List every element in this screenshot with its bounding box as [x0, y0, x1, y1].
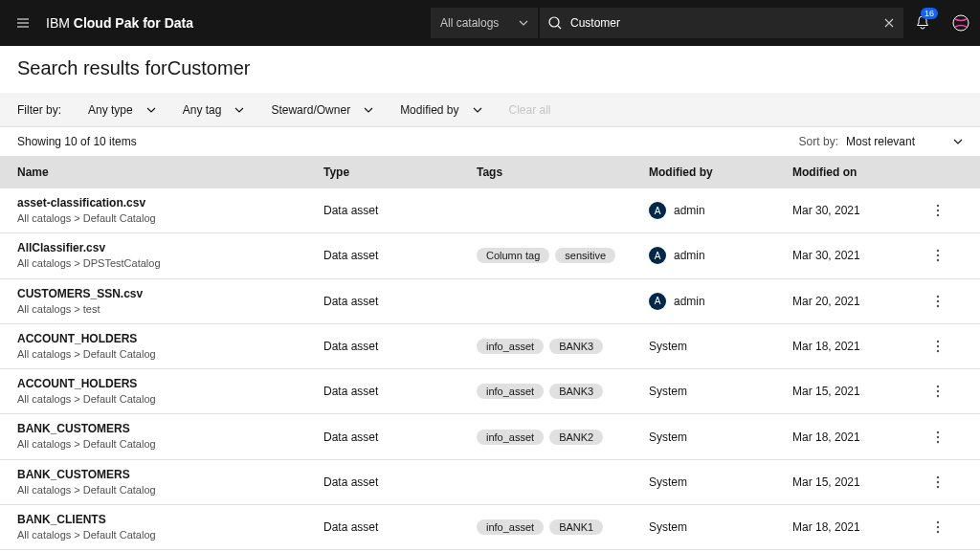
col-header-name[interactable]: Name [17, 166, 323, 179]
breadcrumb: All catalogs > Default Catalog [17, 211, 323, 225]
hamburger-menu[interactable] [0, 0, 46, 46]
breadcrumb: All catalogs > DPSTestCatalog [17, 256, 323, 270]
svg-point-24 [937, 526, 939, 528]
tag[interactable]: BANK3 [549, 384, 603, 399]
asset-name[interactable]: CUSTOMERS_SSN.csv [17, 287, 323, 300]
filter-steward-label: Steward/Owner [271, 103, 350, 117]
svg-point-11 [937, 341, 939, 342]
table-row[interactable]: ACCOUNT_HOLDERSAll catalogs > Default Ca… [0, 369, 980, 414]
tag[interactable]: Column tag [477, 248, 549, 263]
row-actions-button[interactable] [936, 249, 963, 262]
type-cell: Data asset [323, 295, 477, 308]
modified-by-cell: System [649, 340, 792, 353]
table-header: Name Type Tags Modified by Modified on [0, 156, 980, 188]
type-cell: Data asset [323, 475, 477, 489]
search-icon [547, 15, 563, 31]
asset-name[interactable]: BANK_CUSTOMERS [17, 468, 323, 481]
row-actions-button[interactable] [936, 340, 963, 353]
tags-cell: info_assetBANK1 [477, 519, 649, 535]
row-actions-button[interactable] [936, 295, 963, 308]
chevron-down-icon [953, 139, 963, 144]
table-row[interactable]: BANK_CUSTOMERSAll catalogs > Default Cat… [0, 460, 980, 505]
asset-name[interactable]: BANK_CLIENTS [17, 513, 323, 526]
sort-by-label: Sort by: [799, 135, 838, 148]
global-search[interactable] [540, 8, 903, 38]
chevron-down-icon [473, 107, 482, 113]
app-switcher-icon[interactable] [942, 0, 980, 46]
tag[interactable]: BANK3 [549, 339, 603, 354]
table-row[interactable]: BANK_CUSTOMERSAll catalogs > Default Cat… [0, 414, 980, 459]
brand-label: IBM Cloud Pak for Data [46, 15, 193, 31]
svg-point-7 [937, 259, 939, 261]
sort-select[interactable]: Most relevant [846, 135, 963, 148]
row-actions-button[interactable] [936, 431, 963, 444]
table-row[interactable]: BANK_CLIENTSAll catalogs > Default Catal… [0, 505, 980, 550]
row-actions-button[interactable] [936, 385, 963, 398]
modified-by-name: System [649, 520, 687, 534]
tag[interactable]: info_asset [477, 430, 544, 445]
type-cell: Data asset [323, 340, 477, 353]
top-header: IBM Cloud Pak for Data All catalogs 16 [0, 0, 980, 46]
name-cell: AllClassifier.csvAll catalogs > DPSTestC… [17, 241, 323, 270]
asset-name[interactable]: AllClassifier.csv [17, 241, 323, 254]
catalog-scope-label: All catalogs [440, 16, 499, 30]
svg-point-18 [937, 435, 939, 437]
tag[interactable]: BANK2 [549, 430, 603, 445]
row-actions-button[interactable] [936, 475, 963, 489]
col-header-modified-on[interactable]: Modified on [792, 166, 936, 179]
clear-search-icon[interactable] [882, 16, 896, 30]
catalog-scope-dropdown[interactable]: All catalogs [431, 8, 538, 38]
tag[interactable]: info_asset [477, 519, 544, 535]
clear-all-button[interactable]: Clear all [509, 103, 551, 117]
modified-on-cell: Mar 30, 2021 [792, 204, 936, 217]
overflow-menu-icon [936, 475, 940, 489]
col-header-modified-by[interactable]: Modified by [649, 166, 792, 179]
filter-by-label: Filter by: [17, 103, 61, 117]
chevron-down-icon [519, 20, 528, 26]
asset-name[interactable]: asset-classification.csv [17, 196, 323, 210]
type-cell: Data asset [323, 385, 477, 398]
filter-steward[interactable]: Steward/Owner [271, 103, 373, 117]
table-row[interactable]: asset-classification.csvAll catalogs > D… [0, 188, 980, 233]
filter-any-type[interactable]: Any type [88, 103, 156, 117]
breadcrumb: All catalogs > Default Catalog [17, 528, 323, 541]
modified-on-cell: Mar 15, 2021 [792, 385, 936, 398]
row-actions-button[interactable] [936, 520, 963, 534]
svg-point-20 [937, 476, 939, 478]
tag[interactable]: info_asset [477, 384, 544, 399]
svg-point-19 [937, 440, 939, 442]
filter-modified-by-label: Modified by [400, 103, 458, 117]
name-cell: ACCOUNT_HOLDERSAll catalogs > Default Ca… [17, 332, 323, 361]
breadcrumb: All catalogs > Default Catalog [17, 483, 323, 497]
search-input[interactable] [570, 16, 882, 30]
svg-point-22 [937, 486, 939, 488]
tag[interactable]: sensitive [555, 248, 615, 263]
name-cell: BANK_CLIENTSAll catalogs > Default Catal… [17, 513, 323, 541]
brand-prefix: IBM [46, 15, 74, 31]
overflow-menu-icon [936, 385, 940, 398]
table-row[interactable]: ACCOUNT_HOLDERSAll catalogs > Default Ca… [0, 324, 980, 369]
filter-bar: Filter by: Any type Any tag Steward/Owne… [0, 93, 980, 127]
filter-modified-by[interactable]: Modified by [400, 103, 481, 117]
tag[interactable]: BANK1 [549, 519, 603, 535]
name-cell: BANK_CUSTOMERSAll catalogs > Default Cat… [17, 468, 323, 497]
svg-point-6 [937, 254, 939, 256]
asset-name[interactable]: BANK_CUSTOMERS [17, 422, 323, 435]
asset-name[interactable]: ACCOUNT_HOLDERS [17, 377, 323, 390]
modified-on-cell: Mar 30, 2021 [792, 249, 936, 262]
table-row[interactable]: CUSTOMERS_SSN.csvAll catalogs > testData… [0, 279, 980, 324]
table-row[interactable]: AllClassifier.csvAll catalogs > DPSTestC… [0, 233, 980, 278]
svg-point-15 [937, 390, 939, 392]
filter-any-tag[interactable]: Any tag [183, 103, 245, 117]
overflow-menu-icon [936, 520, 940, 534]
tag[interactable]: info_asset [477, 339, 544, 354]
avatar: A [649, 247, 666, 264]
modified-on-cell: Mar 20, 2021 [792, 295, 936, 308]
row-actions-button[interactable] [936, 204, 963, 217]
col-header-tags[interactable]: Tags [477, 166, 649, 179]
svg-point-3 [937, 210, 939, 211]
notifications-button[interactable]: 16 [903, 0, 942, 46]
asset-name[interactable]: ACCOUNT_HOLDERS [17, 332, 323, 345]
col-header-type[interactable]: Type [323, 166, 477, 179]
modified-by-cell: System [649, 385, 792, 398]
